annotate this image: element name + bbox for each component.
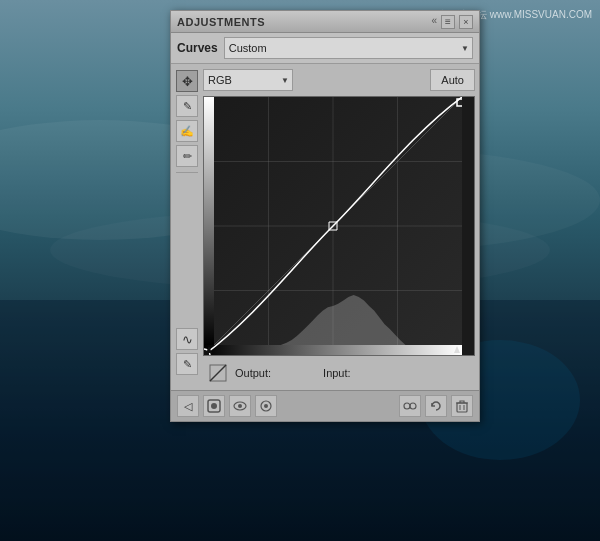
footer-btn-back[interactable]: ◁	[177, 395, 199, 417]
svg-point-10	[238, 404, 242, 408]
channel-select[interactable]: RGB Red Green Blue	[203, 69, 293, 91]
footer-right	[399, 395, 473, 417]
curve-canvas-container	[203, 96, 475, 356]
panel-footer: ◁	[171, 390, 479, 421]
curves-label: Curves	[177, 41, 218, 55]
footer-btn-mask[interactable]	[203, 395, 225, 417]
collapse-icon: «	[431, 15, 437, 29]
channel-select-wrapper: RGB Red Green Blue ▼	[203, 69, 293, 91]
panel-body: ✥ ✎ ✍ ✏ ∿ ✎ RGB Red Green Blue ▼	[171, 64, 479, 390]
tools-sidebar: ✥ ✎ ✍ ✏ ∿ ✎	[175, 68, 199, 386]
svg-point-12	[264, 404, 268, 408]
bottom-tool-1[interactable]: ∿	[176, 328, 198, 350]
curve-preview-icon	[209, 364, 227, 382]
eyedropper3-button[interactable]: ✏	[176, 145, 198, 167]
color-icon	[403, 399, 417, 413]
adjustments-panel: ADJUSTMENTS « ≡ × Curves Custom Default …	[170, 10, 480, 422]
footer-btn-color[interactable]	[399, 395, 421, 417]
eye-icon	[233, 399, 247, 413]
svg-rect-15	[457, 403, 467, 412]
eyedropper1-button[interactable]: ✎	[176, 95, 198, 117]
mask-icon	[207, 399, 221, 413]
curves-toolbar: RGB Red Green Blue ▼ Auto	[203, 68, 475, 92]
close-button[interactable]: ×	[459, 15, 473, 29]
panel-title: ADJUSTMENTS	[177, 16, 265, 28]
panel-titlebar: ADJUSTMENTS « ≡ ×	[171, 11, 479, 33]
preset-select[interactable]: Custom Default Linear Contrast Medium Co…	[224, 37, 473, 59]
auto-button[interactable]: Auto	[430, 69, 475, 91]
output-label: Output:	[235, 367, 271, 379]
panel-title-controls: « ≡ ×	[431, 15, 473, 29]
footer-btn-delete[interactable]	[451, 395, 473, 417]
output-icon-cell	[207, 362, 229, 384]
bottom-tool-2[interactable]: ✎	[176, 353, 198, 375]
footer-btn-eye[interactable]	[229, 395, 251, 417]
input-label: Input:	[323, 367, 351, 379]
output-input-row: Output: Input:	[203, 360, 475, 386]
preset-select-wrapper: Custom Default Linear Contrast Medium Co…	[224, 37, 473, 59]
panel-header: Curves Custom Default Linear Contrast Me…	[171, 33, 479, 64]
eyedropper2-button[interactable]: ✍	[176, 120, 198, 142]
svg-point-14	[410, 403, 416, 409]
svg-point-13	[404, 403, 410, 409]
delete-icon	[455, 399, 469, 413]
reset-icon	[429, 399, 443, 413]
footer-left: ◁	[177, 395, 277, 417]
footer-btn-reset[interactable]	[425, 395, 447, 417]
tool-separator	[176, 172, 198, 173]
curves-area: RGB Red Green Blue ▼ Auto	[203, 68, 475, 386]
svg-point-8	[211, 403, 217, 409]
footer-btn-visibility[interactable]	[255, 395, 277, 417]
visibility-icon	[259, 399, 273, 413]
curve-canvas[interactable]	[204, 97, 462, 355]
select-tool-button[interactable]: ✥	[176, 70, 198, 92]
menu-button[interactable]: ≡	[441, 15, 455, 29]
